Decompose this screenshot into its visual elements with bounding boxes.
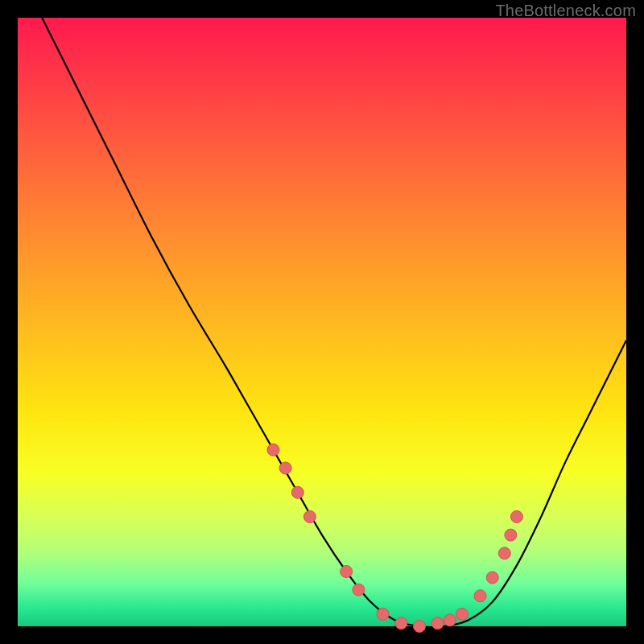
plot-area xyxy=(18,18,626,626)
curve-marker xyxy=(291,486,303,498)
curve-marker xyxy=(456,608,468,620)
curve-marker xyxy=(395,617,407,630)
curve-marker xyxy=(498,547,510,559)
curve-marker xyxy=(353,584,365,596)
curve-marker xyxy=(474,590,486,602)
curve-marker xyxy=(341,566,353,578)
curve-marker xyxy=(267,444,279,456)
curve-marker xyxy=(505,529,517,541)
watermark-text: TheBottleneck.com xyxy=(495,2,636,20)
chart-frame: TheBottleneck.com xyxy=(0,0,644,644)
chart-svg xyxy=(18,18,626,626)
curve-marker xyxy=(510,510,522,522)
bottleneck-curve xyxy=(42,18,626,627)
curve-marker xyxy=(414,621,426,633)
curve-marker xyxy=(431,617,444,630)
curve-marker xyxy=(279,462,291,474)
curve-marker xyxy=(303,510,316,522)
curve-marker xyxy=(486,572,498,584)
curve-marker xyxy=(377,608,389,620)
curve-marker xyxy=(444,614,456,626)
marker-group xyxy=(267,444,522,632)
